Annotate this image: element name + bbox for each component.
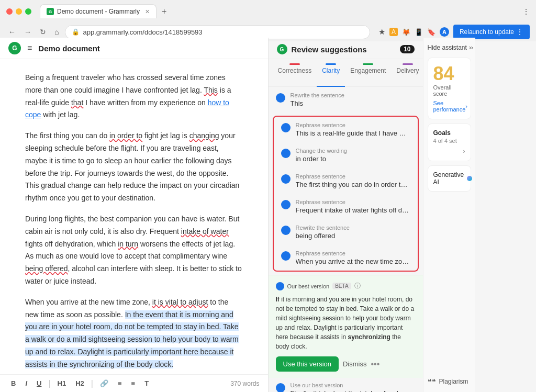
italic-button[interactable]: I xyxy=(23,378,30,389)
extension-b-icon[interactable]: 🦊 xyxy=(402,28,410,36)
ordered-list-button[interactable]: ≡ xyxy=(115,378,125,389)
beta-badge: BETA xyxy=(332,283,351,289)
hide-assistant-label: Hide assistant xyxy=(428,44,467,51)
goals-box[interactable]: Goals 4 of 4 set › xyxy=(428,124,471,161)
bold-button[interactable]: B xyxy=(8,378,18,389)
suggestion-content-1: Rephrase sentence This is a real-life gu… xyxy=(296,122,411,137)
suggestion-item-4[interactable]: Rephrase sentence Frequent intake of wat… xyxy=(274,194,418,219)
tab-close-button[interactable]: ✕ xyxy=(145,8,150,15)
delivery-indicator xyxy=(403,63,413,65)
suggestion-text-3: The first thing you can do in order to f… xyxy=(296,181,411,188)
link-how-to-cope[interactable]: how to cope xyxy=(25,98,229,119)
document-panel: G ≡ Demo document Being a frequent trave… xyxy=(0,38,269,392)
correction-changing: changing xyxy=(189,131,219,140)
new-tab-button[interactable]: + xyxy=(159,6,170,17)
url-text: app.grammarly.com/ddocs/1418599593 xyxy=(83,28,202,36)
best-version-icon xyxy=(276,282,284,290)
home-button[interactable]: ⌂ xyxy=(52,26,61,38)
suggestion-text-1: This is a real-life guide that I have wr… xyxy=(296,129,411,137)
suggestion-item-6[interactable]: Rephrase sentence When you arrive at the… xyxy=(274,245,418,271)
underline-button[interactable]: U xyxy=(34,378,44,389)
refresh-button[interactable]: ↻ xyxy=(38,26,48,38)
forward-button[interactable]: → xyxy=(22,26,34,38)
sidebar-header: G Review suggestions 10 xyxy=(269,38,423,59)
suggestion-type-4: Rephrase sentence xyxy=(296,199,411,205)
back-button[interactable]: ← xyxy=(6,26,18,38)
correction-in-turn: in turn xyxy=(118,240,138,248)
use-best-content: Use our best version Finally, think abou… xyxy=(291,382,416,392)
extension-e-icon[interactable]: A xyxy=(440,27,449,37)
tab-correctness[interactable]: Correctness xyxy=(273,59,317,87)
more-options-button[interactable]: ••• xyxy=(371,360,379,369)
plagiarism-label: Plagiarism xyxy=(439,378,468,385)
review-title: Review suggestions xyxy=(292,45,396,54)
suggestion-text-5: being offered xyxy=(296,232,410,240)
plagiarism-bar[interactable]: ❝❝ Plagiarism xyxy=(428,377,471,386)
suggestion-icon-4 xyxy=(281,200,291,209)
suggestion-count-badge: 10 xyxy=(400,45,414,53)
tab-clarity[interactable]: Clarity xyxy=(317,59,345,87)
h1-button[interactable]: H1 xyxy=(55,378,69,389)
see-performance-link[interactable]: See performance › xyxy=(433,100,465,113)
suggestion-item-5[interactable]: Rewrite the sentence being offered xyxy=(274,219,418,245)
use-version-button[interactable]: Use this version xyxy=(276,356,339,372)
h2-button[interactable]: H2 xyxy=(73,378,87,389)
suggestion-item-1[interactable]: Rephrase sentence This is a real-life gu… xyxy=(274,117,418,142)
tab-favicon: G xyxy=(47,8,54,15)
main-layout: G ≡ Demo document Being a frequent trave… xyxy=(0,38,536,392)
tab-delivery[interactable]: Delivery xyxy=(391,59,422,87)
correction-that: that xyxy=(71,98,83,107)
suggestion-content-5: Rewrite the sentence being offered xyxy=(296,225,410,240)
link-button[interactable]: 🔗 xyxy=(97,378,111,389)
close-window-button[interactable] xyxy=(6,8,13,15)
correction-being-offered: being offered xyxy=(25,264,68,273)
suggestion-content-6: Rephrase sentence When you arrive at the… xyxy=(296,250,411,265)
clarity-indicator xyxy=(326,63,336,65)
suggestion-item-0[interactable]: Rewrite the sentence This xyxy=(269,87,423,113)
correction-this: This xyxy=(204,86,217,94)
extension-a-icon[interactable]: A xyxy=(389,28,398,36)
minimize-window-button[interactable] xyxy=(16,8,22,15)
best-version-text: If it is morning and you are in your hot… xyxy=(276,295,416,351)
plagiarism-section: ❝❝ Plagiarism xyxy=(428,371,471,386)
chrome-menu-icon[interactable]: ⋮ xyxy=(522,7,530,16)
suggestions-panel: G Review suggestions 10 Correctness Clar… xyxy=(269,38,423,392)
paragraph-1: Being a frequent traveler who has crosse… xyxy=(25,72,243,121)
tab-engagement[interactable]: Engagement xyxy=(345,59,391,87)
tab-title: Demo document - Grammarly xyxy=(57,8,140,15)
suggestion-icon-1 xyxy=(281,123,291,132)
suggestion-item-2[interactable]: Change the wording in order to xyxy=(274,142,418,168)
doc-menu-icon[interactable]: ≡ xyxy=(27,43,32,53)
suggestion-type-0: Rewrite the sentence xyxy=(291,92,416,98)
extension-c-icon[interactable]: 📱 xyxy=(415,28,423,36)
extension-d-icon[interactable]: 🔖 xyxy=(427,28,436,36)
toolbar-icons: ★ A 🦊 📱 🔖 A xyxy=(378,27,449,37)
info-icon[interactable]: ⓘ xyxy=(354,282,361,290)
hide-assistant-chevron: ›› xyxy=(469,44,473,51)
relaunch-button[interactable]: Relaunch to update ⋮ xyxy=(453,25,530,39)
best-version-label: Our best version xyxy=(287,283,330,289)
use-best-version-item[interactable]: Use our best version Finally, think abou… xyxy=(269,378,423,392)
paragraph-2: The first thing you can do in order to f… xyxy=(25,130,243,205)
format-bar: B I U | H1 H2 | 🔗 ≡ ≡ T 370 words xyxy=(0,374,268,392)
doc-title: Demo document xyxy=(38,44,100,53)
url-bar[interactable]: 🔒 app.grammarly.com/ddocs/1418599593 xyxy=(65,25,370,39)
dismiss-button[interactable]: Dismiss xyxy=(343,360,367,368)
suggestion-type-2: Change the wording xyxy=(296,148,410,154)
doc-toolbar: G ≡ Demo document xyxy=(0,38,268,59)
unordered-list-button[interactable]: ≡ xyxy=(129,378,138,389)
hide-assistant-button[interactable]: Hide assistant ›› xyxy=(428,44,471,51)
maximize-window-button[interactable] xyxy=(25,8,31,15)
score-panel: Hide assistant ›› 84 Overall score See p… xyxy=(423,38,475,392)
title-bar: G Demo document - Grammarly ✕ + ⋮ xyxy=(0,0,536,23)
separator-2: | xyxy=(91,379,93,388)
suggestion-icon-0 xyxy=(276,93,285,103)
active-tab[interactable]: G Demo document - Grammarly ✕ xyxy=(40,4,157,18)
generative-ai-box[interactable]: Generative AI xyxy=(428,165,471,192)
gen-ai-icon xyxy=(467,176,472,181)
suggestion-icon-2 xyxy=(281,149,291,158)
clear-format-button[interactable]: T xyxy=(142,378,151,389)
overall-score: 84 xyxy=(433,64,465,83)
bookmark-icon[interactable]: ★ xyxy=(378,27,385,37)
suggestion-item-3[interactable]: Rephrase sentence The first thing you ca… xyxy=(274,168,418,194)
